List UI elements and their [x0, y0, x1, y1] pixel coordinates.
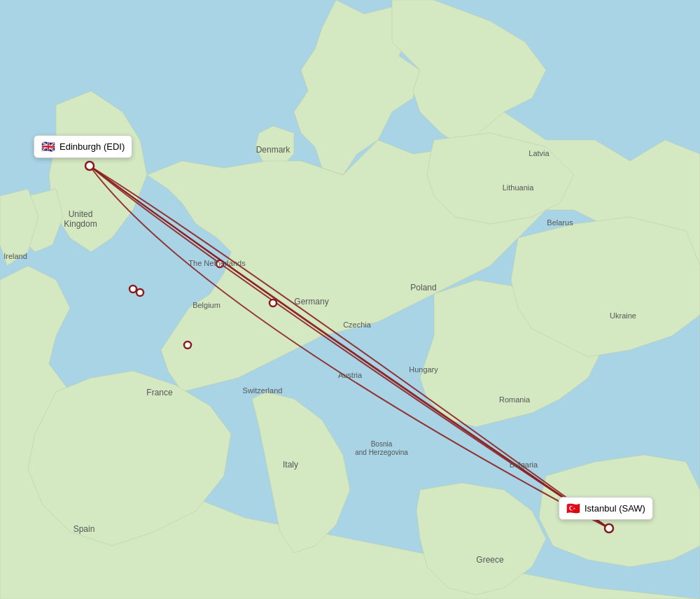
svg-text:Bulgaria: Bulgaria	[510, 460, 538, 469]
map-container: United Kingdom Ireland France Spain The …	[0, 0, 700, 599]
edinburgh-flag: 🇬🇧	[41, 140, 55, 153]
svg-text:Belarus: Belarus	[547, 218, 573, 227]
svg-text:Latvia: Latvia	[528, 149, 550, 157]
svg-point-2	[136, 289, 144, 296]
edinburgh-name: Edinburgh (EDI)	[59, 141, 125, 152]
svg-text:Ireland: Ireland	[4, 252, 27, 260]
svg-point-1	[130, 286, 136, 293]
svg-text:Poland: Poland	[410, 283, 436, 293]
svg-text:Bosnia: Bosnia	[371, 440, 393, 448]
svg-text:Denmark: Denmark	[256, 145, 291, 155]
svg-text:Greece: Greece	[476, 555, 504, 565]
svg-text:Germany: Germany	[294, 297, 328, 306]
svg-text:Austria: Austria	[338, 371, 363, 379]
edinburgh-label: 🇬🇧 Edinburgh (EDI)	[34, 135, 132, 158]
svg-text:France: France	[146, 388, 173, 397]
svg-point-3	[184, 341, 191, 348]
svg-text:Czechia: Czechia	[343, 320, 372, 329]
istanbul-flag: 🇹🇷	[566, 502, 580, 515]
svg-point-6	[85, 162, 94, 170]
svg-point-7	[605, 524, 613, 533]
svg-text:Lithuania: Lithuania	[503, 183, 535, 192]
svg-text:Switzerland: Switzerland	[243, 386, 283, 395]
svg-text:Italy: Italy	[283, 460, 298, 470]
svg-text:Kingdom: Kingdom	[64, 219, 97, 229]
istanbul-name: Istanbul (SAW)	[584, 503, 645, 514]
svg-text:Spain: Spain	[74, 524, 95, 534]
svg-text:Romania: Romania	[499, 395, 531, 404]
istanbul-label: 🇹🇷 Istanbul (SAW)	[559, 497, 653, 520]
svg-text:Hungary: Hungary	[409, 365, 438, 374]
svg-text:United: United	[69, 209, 93, 219]
svg-text:Ukraine: Ukraine	[610, 311, 636, 320]
svg-text:The Netherlands: The Netherlands	[188, 259, 246, 267]
svg-point-5	[270, 300, 276, 306]
svg-text:and Herzegovina: and Herzegovina	[355, 449, 408, 456]
svg-text:Belgium: Belgium	[192, 301, 220, 309]
